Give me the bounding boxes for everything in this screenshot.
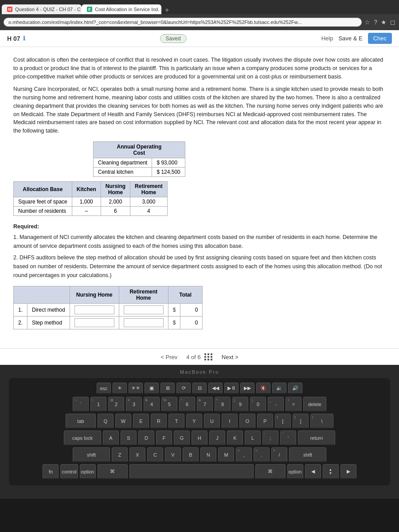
key-fn[interactable]: fn: [43, 464, 59, 479]
page-info: 4 of 6: [186, 353, 213, 360]
key-f5[interactable]: ⟳: [176, 383, 191, 394]
tab-1[interactable]: M Question 4 - QUIZ - CH 07 - C ✕: [2, 4, 82, 14]
row2-nursing-input[interactable]: [74, 318, 114, 327]
row1-total: 0: [180, 303, 203, 316]
key-y[interactable]: Y: [186, 414, 202, 429]
key-control[interactable]: control: [60, 464, 78, 479]
row1-retirement-input[interactable]: [124, 305, 164, 314]
bottom-row: fn control option ⌘ ⌘ option ◀ ▲ ▼ ▶: [13, 464, 386, 479]
key-d[interactable]: D: [138, 430, 154, 446]
key-f[interactable]: F: [156, 430, 172, 446]
key-f2[interactable]: ☀☀: [129, 383, 143, 394]
key-q[interactable]: Q: [98, 414, 113, 429]
address-bar[interactable]: o.mheducation.com/ext/map/index.html?_co…: [4, 18, 362, 27]
key-u[interactable]: U: [204, 414, 220, 429]
alloc-nursing-1: 2,000: [101, 197, 130, 206]
key-1[interactable]: !1: [90, 397, 106, 412]
key-f6[interactable]: ⊟: [192, 383, 207, 394]
key-backslash[interactable]: |\: [310, 414, 333, 429]
key-arrow-left[interactable]: ◀: [305, 464, 321, 479]
key-f3[interactable]: ▣: [145, 383, 159, 394]
key-shift-l[interactable]: shift: [73, 447, 110, 462]
key-caps[interactable]: caps lock: [64, 430, 101, 446]
key-arrow-updown[interactable]: ▲ ▼: [323, 464, 339, 479]
key-5[interactable]: %5: [161, 397, 177, 412]
key-8[interactable]: *8: [215, 397, 231, 412]
key-comma[interactable]: <,: [236, 447, 252, 462]
key-k[interactable]: K: [227, 430, 243, 446]
key-p[interactable]: P: [257, 414, 273, 429]
key-command-l[interactable]: ⌘: [98, 464, 128, 479]
key-semicolon[interactable]: :;: [262, 430, 278, 446]
key-return[interactable]: return: [298, 430, 335, 446]
window-icon[interactable]: ◻: [390, 19, 395, 26]
key-e[interactable]: E: [133, 414, 149, 429]
save-button[interactable]: Save & E: [338, 35, 362, 42]
new-tab-button[interactable]: +: [161, 6, 172, 14]
key-esc[interactable]: esc: [97, 383, 111, 394]
key-period[interactable]: >.: [254, 447, 270, 462]
key-0[interactable]: )0: [250, 397, 266, 412]
key-delete[interactable]: delete: [303, 397, 326, 412]
key-f4[interactable]: ⊞: [160, 383, 175, 394]
key-v[interactable]: V: [165, 447, 181, 462]
key-b[interactable]: B: [183, 447, 199, 462]
info-icon[interactable]: ?: [374, 19, 377, 26]
key-quote[interactable]: "': [280, 430, 296, 446]
key-command-r[interactable]: ⌘: [255, 464, 286, 479]
key-f10[interactable]: 🔇: [256, 383, 270, 394]
key-minus[interactable]: _-: [268, 397, 284, 412]
annual-cost-section: Annual OperatingCost Cleaning department…: [93, 141, 386, 177]
key-9[interactable]: (9: [232, 397, 248, 412]
key-4[interactable]: $4: [144, 397, 160, 412]
key-shift-r[interactable]: shift: [289, 447, 326, 462]
help-button[interactable]: Help: [321, 35, 333, 42]
key-option-l[interactable]: option: [80, 464, 96, 479]
key-3[interactable]: #3: [126, 397, 142, 412]
key-n[interactable]: N: [200, 447, 216, 462]
key-f9[interactable]: ▶▶: [240, 383, 254, 394]
key-f1[interactable]: ☀: [113, 383, 127, 394]
star-icon[interactable]: ★: [381, 19, 387, 26]
key-o[interactable]: O: [239, 414, 255, 429]
key-7[interactable]: &7: [197, 397, 213, 412]
key-backtick[interactable]: ~`: [73, 397, 89, 412]
key-j[interactable]: J: [209, 430, 225, 446]
key-arrow-right[interactable]: ▶: [340, 464, 356, 479]
key-a[interactable]: A: [103, 430, 119, 446]
key-bracket-r[interactable]: }]: [293, 414, 309, 429]
key-t[interactable]: T: [168, 414, 184, 429]
row1-nursing-input[interactable]: [74, 305, 114, 314]
key-f12[interactable]: 🔊: [288, 383, 302, 394]
key-f7[interactable]: ◀◀: [208, 383, 223, 394]
key-slash[interactable]: ?/: [271, 447, 287, 462]
key-x[interactable]: X: [129, 447, 145, 462]
key-option-r[interactable]: option: [287, 464, 303, 479]
key-z[interactable]: Z: [112, 447, 128, 462]
key-l[interactable]: L: [245, 430, 261, 446]
key-r[interactable]: R: [151, 414, 167, 429]
key-f8[interactable]: ▶⏸: [224, 383, 239, 394]
key-h[interactable]: H: [192, 430, 207, 446]
key-m[interactable]: M: [218, 447, 234, 462]
key-s[interactable]: S: [121, 430, 137, 446]
key-bracket-l[interactable]: {[: [275, 414, 291, 429]
fn-row: esc ☀ ☀☀ ▣ ⊞ ⟳ ⊟ ◀◀ ▶⏸ ▶▶ 🔇 🔉 🔊: [13, 383, 386, 394]
key-equal[interactable]: +=: [286, 397, 301, 412]
check-button[interactable]: Chec: [368, 33, 392, 44]
key-tab[interactable]: tab: [66, 414, 96, 429]
key-w[interactable]: W: [115, 414, 131, 429]
key-f11[interactable]: 🔉: [272, 383, 286, 394]
key-g[interactable]: G: [174, 430, 190, 446]
bookmark-icon[interactable]: ☆: [364, 19, 370, 26]
key-c[interactable]: C: [147, 447, 163, 462]
prev-button[interactable]: < Prev: [160, 354, 177, 360]
tab-2[interactable]: E Cost Allocation in Service Ind. ✕: [82, 4, 161, 14]
row2-retirement-input[interactable]: [124, 318, 164, 327]
next-button[interactable]: Next >: [222, 354, 239, 360]
key-space[interactable]: [129, 464, 254, 479]
grid-icon[interactable]: [204, 353, 213, 360]
key-2[interactable]: @2: [108, 397, 124, 412]
key-i[interactable]: I: [222, 414, 238, 429]
key-6[interactable]: ^6: [179, 397, 195, 412]
